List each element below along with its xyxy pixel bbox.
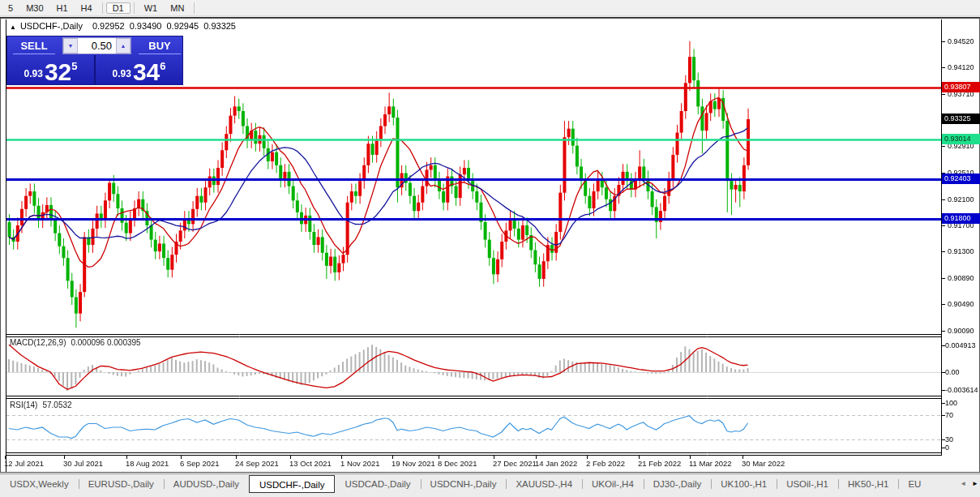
buy-button[interactable]: BUY — [133, 36, 186, 55]
volume-stepper: ▼ ▲ — [62, 37, 131, 54]
chart-title: ▲USDCHF-,Daily0.929520.934900.929450.933… — [10, 21, 241, 31]
macd-axis-tick-0.004913: 0.004913 — [945, 341, 976, 349]
date-label: 13 Oct 2021 — [289, 459, 332, 468]
macd-label: MACD(12,26,9)0.000096 0.000395 — [10, 338, 141, 347]
rsi-label: RSI(14)57.0532 — [10, 401, 72, 409]
date-label: 24 Sep 2021 — [235, 459, 279, 468]
price-level-tag-0.93807: 0.93807 — [942, 82, 980, 92]
bid-price[interactable]: 0.93325 — [7, 55, 96, 84]
bid-pipette: 5 — [71, 60, 77, 72]
date-label: 2 Feb 2022 — [586, 459, 625, 468]
price-tick-0.90890: 0.90890 — [948, 274, 974, 282]
ask-pips: 34 — [133, 61, 160, 83]
price-level-tag-0.91800: 0.91800 — [942, 213, 980, 224]
macd-axis-tick--0.003614: -0.003614 — [945, 386, 978, 394]
price-tick-0.90090: 0.90090 — [948, 327, 974, 335]
macd-axis-tick-0.00: 0.00 — [945, 368, 960, 376]
ohlc-high: 0.93490 — [130, 21, 162, 31]
date-label: 18 Aug 2021 — [126, 459, 169, 468]
chart-symbol-label: USDCHF-,Daily — [20, 21, 83, 31]
tab-scroll-arrows: ◄► — [956, 480, 978, 487]
ohlc-open: 0.92952 — [92, 21, 125, 31]
date-label: 11 Mar 2022 — [689, 459, 732, 468]
bid-big-figure: 0.93 — [24, 68, 43, 79]
rsi-axis-tick-70: 70 — [945, 411, 953, 419]
bid-pips: 32 — [45, 61, 71, 83]
price-level-tag-0.93325: 0.93325 — [942, 114, 980, 124]
date-label: 21 Feb 2022 — [638, 459, 681, 468]
price-level-tag-0.92403: 0.92403 — [942, 174, 980, 184]
rsi-axis-tick-30: 30 — [945, 435, 953, 443]
volume-decrease-icon[interactable]: ▼ — [63, 38, 78, 54]
price-tick-0.90490: 0.90490 — [948, 300, 974, 308]
sell-button[interactable]: SELL — [7, 36, 61, 55]
ask-pipette: 6 — [160, 60, 165, 72]
one-click-trade-panel: SELL ▼ ▲ BUY 0.93325 0.93346 — [6, 36, 183, 85]
date-label: 12 Jul 2021 — [4, 459, 44, 468]
price-level-tag-0.93014: 0.93014 — [942, 134, 980, 144]
tab-scroll-left-icon[interactable]: ◄ — [960, 480, 966, 487]
date-label: 14 Jan 2022 — [535, 459, 577, 468]
tab-scroll-right-icon[interactable]: ► — [972, 480, 978, 487]
price-tick-0.92100: 0.92100 — [948, 195, 974, 204]
ohlc-low: 0.92945 — [166, 21, 199, 31]
ask-price[interactable]: 0.93346 — [96, 55, 182, 84]
ohlc-close: 0.93325 — [203, 21, 236, 31]
date-label: 27 Dec 2021 — [493, 459, 537, 468]
date-label: 19 Nov 2021 — [392, 459, 435, 468]
price-tick-0.91300: 0.91300 — [948, 247, 974, 255]
date-label: 8 Dec 2021 — [438, 459, 477, 468]
price-tick-0.94520: 0.94520 — [948, 37, 974, 45]
date-label: 30 Mar 2022 — [742, 459, 785, 468]
rsi-axis-tick-0: 0 — [945, 443, 949, 452]
date-label: 1 Nov 2021 — [340, 459, 380, 468]
volume-input[interactable] — [78, 38, 116, 54]
date-label: 30 Jul 2021 — [63, 459, 103, 468]
price-tick-0.94120: 0.94120 — [948, 63, 974, 71]
date-label: 6 Sep 2021 — [180, 459, 220, 468]
ask-big-figure: 0.93 — [113, 68, 131, 79]
volume-increase-icon[interactable]: ▲ — [116, 38, 131, 54]
rsi-axis-tick-100: 100 — [945, 399, 957, 407]
chart-symbol-icon: ▲ — [10, 24, 16, 31]
